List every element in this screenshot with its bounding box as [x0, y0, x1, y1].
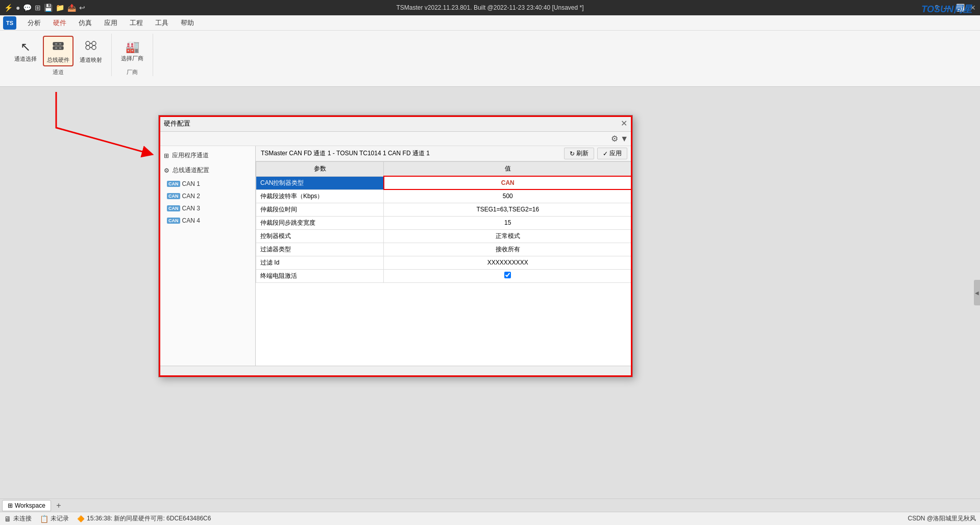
menu-simulation[interactable]: 仿真	[74, 16, 97, 30]
param-header: 参数	[256, 162, 384, 177]
toolbar-group-vendor: 🏭 选择厂商 厂商	[112, 34, 153, 76]
collapse-icon: ◀	[975, 290, 979, 296]
sidebar-item-bus-channel[interactable]: ⚙ 总线通道配置	[159, 163, 255, 178]
channel-buttons: ↖ 通道选择 总线硬件	[10, 36, 106, 66]
param-cell-baudrate: 仲裁段波特率（Kbps）	[256, 189, 384, 203]
apply-button[interactable]: ✓ 应用	[597, 148, 627, 159]
svg-point-8	[92, 41, 96, 45]
settings-icon[interactable]: ⚙ ▼	[611, 134, 628, 144]
channel-map-button[interactable]: 通道映射	[76, 36, 106, 66]
value-cell-controller-type[interactable]: CAN	[384, 176, 632, 189]
can-label-4: CAN 4	[182, 217, 200, 224]
param-cell-sjw: 仲裁段同步跳变宽度	[256, 216, 384, 229]
status-message: 🔶 15:36:38: 新的同星硬件可用: 6DCE643486C6	[77, 514, 211, 523]
can-channel-1[interactable]: CAN CAN 1	[159, 178, 255, 190]
dialog-header-buttons: ↻ 刷新 ✓ 应用	[564, 148, 627, 159]
table-row[interactable]: 仲裁段同步跳变宽度 15	[256, 216, 632, 229]
table-row[interactable]: 仲裁段位时间 TSEG1=63,TSEG2=16	[256, 203, 632, 216]
titlebar-icon-6[interactable]: 📁	[56, 4, 64, 12]
termination-checkbox[interactable]	[504, 272, 511, 278]
svg-point-7	[86, 45, 90, 50]
workspace-tab-label: Workspace	[15, 502, 45, 509]
right-collapse-handle[interactable]: ◀	[974, 280, 980, 305]
menu-help[interactable]: 帮助	[176, 16, 199, 30]
dialog-sidebar: ⊞ 应用程序通道 ⚙ 总线通道配置 CAN CAN 1 CAN CAN	[159, 146, 256, 366]
channel-map-label: 通道映射	[80, 56, 102, 64]
titlebar-icons: ⚡ ● 💬 ⊞ 💾 📁 📤 ↩	[4, 4, 85, 12]
svg-point-6	[86, 41, 90, 45]
dialog-title: 硬件配置	[164, 119, 190, 128]
refresh-button[interactable]: ↻ 刷新	[564, 148, 594, 159]
table-row[interactable]: 过滤器类型 接收所有	[256, 243, 632, 256]
titlebar-icon-1[interactable]: ⚡	[4, 4, 13, 12]
toolbar: ↖ 通道选择 总线硬件	[0, 31, 980, 87]
can-badge-3: CAN	[167, 205, 180, 211]
titlebar-icon-7[interactable]: 📤	[67, 4, 76, 12]
table-row[interactable]: 过滤 Id XXXXXXXXXX	[256, 256, 632, 269]
sidebar-item-app-channel[interactable]: ⊞ 应用程序通道	[159, 148, 255, 163]
apply-icon: ✓	[603, 150, 608, 157]
dialog-close-button[interactable]: ✕	[621, 118, 627, 128]
dialog-statusbar	[159, 366, 632, 377]
menu-hardware[interactable]: 硬件	[48, 16, 71, 30]
dialog-titlebar: 硬件配置 ✕	[159, 115, 632, 132]
can-badge-4: CAN	[167, 218, 180, 224]
channel-select-label: 通道选择	[14, 55, 37, 63]
toolbar-group-channel: ↖ 通道选择 总线硬件	[5, 34, 112, 76]
bus-hardware-icon	[51, 38, 65, 55]
can-channel-3[interactable]: CAN CAN 3	[159, 202, 255, 214]
titlebar-icon-8[interactable]: ↩	[79, 4, 85, 12]
workspace-tab-icon: ⊞	[8, 502, 13, 509]
menu-project[interactable]: 工程	[125, 16, 148, 30]
bus-channel-icon: ⚙	[164, 167, 169, 174]
menu-application[interactable]: 应用	[99, 16, 122, 30]
channel-map-icon	[84, 38, 98, 55]
table-row[interactable]: 控制器模式 正常模式	[256, 229, 632, 243]
titlebar-icon-5[interactable]: 💾	[44, 4, 53, 12]
select-vendor-button[interactable]: 🏭 选择厂商	[117, 36, 148, 66]
svg-rect-2	[55, 43, 57, 44]
statusbar: 🖥 未连接 📋 未记录 🔶 15:36:38: 新的同星硬件可用: 6DCE64…	[0, 512, 980, 525]
add-icon: +	[56, 501, 61, 510]
titlebar-icon-3[interactable]: 💬	[23, 4, 32, 12]
status-message-text: 15:36:38: 新的同星硬件可用: 6DCE643486C6	[87, 514, 211, 523]
value-cell-sjw: 15	[384, 216, 632, 229]
can-channel-4[interactable]: CAN CAN 4	[159, 214, 255, 227]
app-channel-label: 应用程序通道	[172, 151, 209, 160]
vendor-icon: 🏭	[126, 40, 139, 54]
param-cell-controller-type: CAN控制器类型	[256, 176, 384, 189]
apply-label: 应用	[609, 149, 622, 158]
status-connection: 🖥 未连接	[4, 514, 32, 523]
value-cell-filter-id: XXXXXXXXXX	[384, 256, 632, 269]
value-cell-baudrate: 500	[384, 189, 632, 203]
param-cell-termination: 终端电阻激活	[256, 269, 384, 282]
workspace-tab[interactable]: ⊞ Workspace	[2, 500, 51, 511]
tosun-logo: TOSUN同星	[921, 3, 972, 15]
channel-select-button[interactable]: ↖ 通道选择	[10, 36, 41, 66]
main-area: 硬件配置 ✕ ⚙ ▼ ⊞ 应用程序通道 ⚙ 总线通道配置	[0, 87, 980, 498]
can-channel-list: CAN CAN 1 CAN CAN 2 CAN CAN 3 CAN CAN 4	[159, 178, 255, 227]
param-cell-filter-type: 过滤器类型	[256, 243, 384, 256]
table-row[interactable]: CAN控制器类型 CAN	[256, 176, 632, 189]
parameters-table: 参数 值 CAN控制器类型 CAN 仲裁段波特率（Kbps） 500	[256, 161, 632, 366]
param-cell-timing: 仲裁段位时间	[256, 203, 384, 216]
menu-tools[interactable]: 工具	[150, 16, 174, 30]
menu-analysis[interactable]: 分析	[22, 16, 46, 30]
can-badge-2: CAN	[167, 193, 180, 199]
value-cell-filter-type: 接收所有	[384, 243, 632, 256]
dialog-channel-header: TSMaster CAN FD 通道 1 - TOSUN TC1014 1 CA…	[256, 146, 632, 161]
bus-hardware-button[interactable]: 总线硬件	[43, 36, 74, 66]
table-row[interactable]: 仲裁段波特率（Kbps） 500	[256, 189, 632, 203]
message-icon: 🔶	[77, 515, 85, 522]
titlebar-icon-4[interactable]: ⊞	[35, 4, 41, 12]
value-cell-termination[interactable]	[384, 269, 632, 282]
vendor-buttons: 🏭 选择厂商	[117, 36, 148, 66]
titlebar-icon-2[interactable]: ●	[16, 4, 20, 12]
table-row[interactable]: 终端电阻激活	[256, 269, 632, 282]
param-cell-mode: 控制器模式	[256, 229, 384, 243]
param-cell-filter-id: 过滤 Id	[256, 256, 384, 269]
can-channel-2[interactable]: CAN CAN 2	[159, 190, 255, 202]
status-recording: 📋 未记录	[40, 514, 69, 523]
add-tab-button[interactable]: +	[53, 500, 64, 511]
value-cell-timing: TSEG1=63,TSEG2=16	[384, 203, 632, 216]
